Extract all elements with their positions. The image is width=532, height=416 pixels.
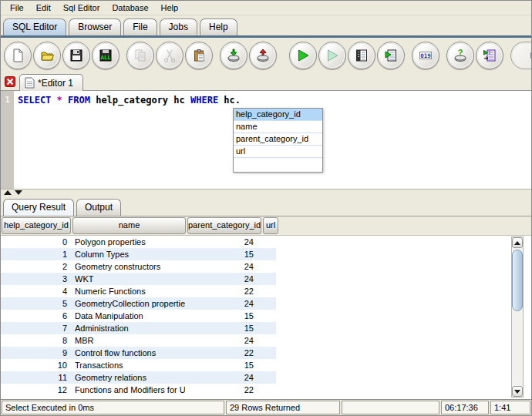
cell-id: 4 xyxy=(1,287,71,296)
autocomplete-popup: help_category_id name parent_category_id… xyxy=(233,108,323,173)
cell-parent: 24 xyxy=(185,299,258,308)
status-execution: Select Executed in 0ms xyxy=(2,401,224,414)
sql-text[interactable]: SELECT * FROM help_category hc WHERE hc. xyxy=(14,91,241,189)
rollback-button[interactable] xyxy=(249,42,277,69)
tab-jobs[interactable]: Jobs xyxy=(160,18,197,35)
autocomplete-item-url[interactable]: url xyxy=(234,146,322,158)
cell-name: MBR xyxy=(71,336,185,345)
cell-parent: 24 xyxy=(185,336,258,345)
column-header-parent-category-id[interactable]: parent_category_id xyxy=(187,217,261,234)
collapse-down-icon[interactable] xyxy=(15,190,22,195)
table-row[interactable]: 10Transactions15 xyxy=(1,359,276,371)
tab-file[interactable]: File xyxy=(123,18,157,35)
tab-output[interactable]: Output xyxy=(76,199,121,216)
open-button[interactable] xyxy=(33,42,61,69)
table-run-icon xyxy=(354,48,369,63)
editor-tab-label: *Editor 1 xyxy=(38,78,73,89)
cell-parent: 15 xyxy=(185,324,258,333)
query-result-grid: help_category_id name parent_category_id… xyxy=(1,216,531,399)
table-row[interactable]: 6Data Manipulation15 xyxy=(1,310,276,322)
tab-help[interactable]: Help xyxy=(200,18,237,35)
table-row[interactable]: 8MBR24 xyxy=(1,334,276,347)
paste-button[interactable] xyxy=(185,42,213,69)
execute-button[interactable] xyxy=(289,42,317,69)
cell-name: Numeric Functions xyxy=(71,287,185,296)
stop-button[interactable]: (0) xyxy=(510,42,532,69)
close-editor-tab-button[interactable] xyxy=(4,75,16,88)
tab-browser[interactable]: Browser xyxy=(69,18,121,35)
save-all-button[interactable]: ALL xyxy=(92,42,120,69)
metadata-button[interactable]: ? xyxy=(446,42,474,69)
cell-id: 3 xyxy=(1,274,71,283)
scrollbar-thumb[interactable] xyxy=(512,250,523,311)
execute-to-table-button[interactable] xyxy=(377,42,405,69)
run-partial-icon xyxy=(325,48,340,63)
collapse-up-icon[interactable] xyxy=(4,190,12,195)
autocomplete-item-help-category-id[interactable]: help_category_id xyxy=(234,109,322,121)
line-number-gutter: 1 xyxy=(1,91,14,189)
app-window: File Edit Sql Editor Database Help SQL E… xyxy=(0,0,532,416)
svg-text:019: 019 xyxy=(420,52,431,59)
query-builder-button[interactable] xyxy=(476,42,503,69)
result-tab-bar: Query Result Output xyxy=(1,196,531,216)
new-query-button[interactable] xyxy=(4,42,32,69)
menu-help[interactable]: Help xyxy=(155,2,185,14)
autocomplete-item-name[interactable]: name xyxy=(234,121,322,133)
table-row[interactable]: 5GeometryCollection properties24 xyxy=(1,297,276,310)
tab-sql-editor[interactable]: SQL Editor xyxy=(3,18,66,35)
vertical-scrollbar[interactable] xyxy=(511,237,524,398)
cell-parent: 24 xyxy=(185,237,258,247)
record-counter-icon: 019 xyxy=(418,48,433,63)
menu-file[interactable]: File xyxy=(4,2,30,14)
table-row[interactable]: 0Polygon properties24 xyxy=(1,236,276,248)
tab-query-result[interactable]: Query Result xyxy=(3,199,74,216)
status-row-count: 29 Rows Returned xyxy=(226,401,340,414)
cell-parent: 22 xyxy=(185,287,258,296)
table-row[interactable]: 9Control flow functions22 xyxy=(1,347,276,359)
max-records-button[interactable]: 019 xyxy=(412,42,439,69)
column-header-url[interactable]: url xyxy=(263,217,278,234)
editor-tab[interactable]: *Editor 1 xyxy=(19,74,83,91)
table-row[interactable]: 4Numeric Functions22 xyxy=(1,285,276,297)
table-run-green-icon xyxy=(383,48,399,63)
column-header-name[interactable]: name xyxy=(72,217,186,234)
cell-parent: 15 xyxy=(185,250,258,259)
cell-name: Geometry constructors xyxy=(71,262,185,271)
cut-button[interactable] xyxy=(156,42,184,69)
execute-script-button[interactable] xyxy=(348,42,375,69)
toolbar: ALL xyxy=(1,38,531,73)
execute-selection-button[interactable] xyxy=(318,42,346,69)
cell-name: Functions and Modifiers for U... xyxy=(71,385,185,394)
scroll-up-button[interactable] xyxy=(512,237,523,248)
commit-button[interactable] xyxy=(220,42,247,69)
copy-icon xyxy=(133,48,148,63)
cell-id: 7 xyxy=(1,324,71,333)
table-row[interactable]: 7Administration15 xyxy=(1,322,276,334)
split-pane-divider[interactable] xyxy=(1,189,531,196)
column-header-help-category-id[interactable]: help_category_id xyxy=(2,217,71,234)
cell-id: 12 xyxy=(1,385,71,394)
cell-id: 5 xyxy=(1,299,71,308)
cell-id: 10 xyxy=(1,361,71,370)
menu-edit[interactable]: Edit xyxy=(30,2,57,14)
cell-parent: 24 xyxy=(185,373,258,382)
scroll-down-button[interactable] xyxy=(512,386,523,397)
menu-database[interactable]: Database xyxy=(106,2,154,14)
document-icon xyxy=(25,77,35,89)
status-bar: Select Executed in 0ms 29 Rows Returned … xyxy=(1,399,531,415)
table-row[interactable]: 11Geometry relations24 xyxy=(1,371,276,384)
table-row[interactable]: 1Column Types15 xyxy=(1,248,276,260)
status-time: 06:17:36 xyxy=(441,401,489,414)
cell-name: Polygon properties xyxy=(71,237,185,247)
table-row[interactable]: 3WKT24 xyxy=(1,273,276,285)
cell-name: Administration xyxy=(71,324,185,333)
copy-button[interactable] xyxy=(126,42,154,69)
save-button[interactable] xyxy=(62,42,90,69)
cell-parent: 24 xyxy=(185,262,258,271)
autocomplete-item-parent-category-id[interactable]: parent_category_id xyxy=(234,133,322,146)
table-row[interactable]: 12Functions and Modifiers for U...22 xyxy=(1,384,276,396)
table-row[interactable]: 2Geometry constructors24 xyxy=(1,260,276,273)
cell-name: Control flow functions xyxy=(71,348,185,357)
cell-id: 9 xyxy=(1,348,71,357)
menu-sql-editor[interactable]: Sql Editor xyxy=(57,2,106,14)
